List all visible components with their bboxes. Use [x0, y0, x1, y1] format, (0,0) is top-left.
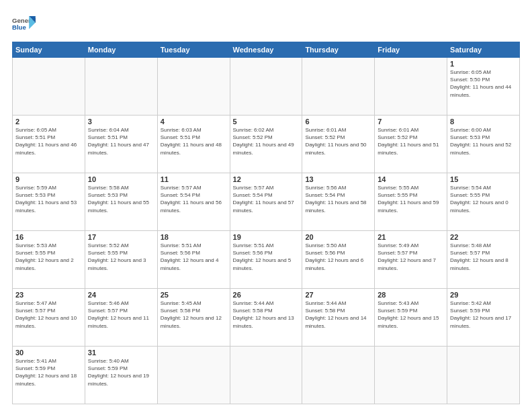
- day-info: Sunrise: 5:50 AM Sunset: 5:56 PM Dayligh…: [305, 242, 371, 272]
- day-cell: 31Sunrise: 5:40 AM Sunset: 5:59 PM Dayli…: [85, 347, 157, 404]
- day-info: Sunrise: 5:52 AM Sunset: 5:55 PM Dayligh…: [88, 242, 154, 272]
- day-info: Sunrise: 6:04 AM Sunset: 5:51 PM Dayligh…: [88, 126, 154, 156]
- day-cell: [157, 58, 230, 116]
- day-info: Sunrise: 5:44 AM Sunset: 5:58 PM Dayligh…: [233, 300, 300, 330]
- day-info: Sunrise: 5:41 AM Sunset: 5:59 PM Dayligh…: [15, 357, 82, 387]
- week-row-5: 30Sunrise: 5:41 AM Sunset: 5:59 PM Dayli…: [13, 347, 520, 404]
- day-cell: 3Sunrise: 6:04 AM Sunset: 5:51 PM Daylig…: [85, 116, 157, 173]
- day-number: 14: [378, 175, 444, 183]
- day-cell: [302, 347, 375, 404]
- day-cell: 18Sunrise: 5:51 AM Sunset: 5:56 PM Dayli…: [157, 231, 230, 289]
- day-cell: 14Sunrise: 5:55 AM Sunset: 5:55 PM Dayli…: [375, 173, 447, 231]
- day-info: Sunrise: 6:05 AM Sunset: 5:50 PM Dayligh…: [450, 68, 517, 99]
- day-number: 19: [233, 233, 300, 241]
- day-number: 29: [450, 291, 517, 299]
- logo: General Blue: [12, 12, 36, 36]
- day-number: 17: [88, 233, 154, 241]
- day-number: 16: [15, 233, 82, 241]
- day-info: Sunrise: 5:57 AM Sunset: 5:54 PM Dayligh…: [233, 184, 300, 214]
- day-info: Sunrise: 5:40 AM Sunset: 5:59 PM Dayligh…: [88, 357, 154, 387]
- week-row-4: 23Sunrise: 5:47 AM Sunset: 5:57 PM Dayli…: [13, 289, 520, 347]
- day-cell: 13Sunrise: 5:56 AM Sunset: 5:54 PM Dayli…: [302, 173, 375, 231]
- day-number: 5: [233, 118, 300, 126]
- weekday-header-row: SundayMondayTuesdayWednesdayThursdayFrid…: [13, 42, 520, 58]
- weekday-monday: Monday: [85, 42, 157, 58]
- day-info: Sunrise: 5:55 AM Sunset: 5:55 PM Dayligh…: [378, 184, 444, 214]
- day-cell: 10Sunrise: 5:58 AM Sunset: 5:53 PM Dayli…: [85, 173, 157, 231]
- weekday-tuesday: Tuesday: [157, 42, 230, 58]
- day-cell: [375, 58, 447, 116]
- day-cell: [302, 58, 375, 116]
- day-number: 8: [450, 118, 517, 126]
- day-number: 24: [88, 291, 154, 299]
- day-info: Sunrise: 5:43 AM Sunset: 5:59 PM Dayligh…: [378, 300, 444, 330]
- day-cell: 20Sunrise: 5:50 AM Sunset: 5:56 PM Dayli…: [302, 231, 375, 289]
- day-cell: 22Sunrise: 5:48 AM Sunset: 5:57 PM Dayli…: [447, 231, 520, 289]
- day-info: Sunrise: 5:44 AM Sunset: 5:58 PM Dayligh…: [305, 300, 371, 330]
- day-cell: 28Sunrise: 5:43 AM Sunset: 5:59 PM Dayli…: [375, 289, 447, 347]
- day-number: 12: [233, 175, 300, 183]
- day-number: 3: [88, 118, 154, 126]
- day-cell: 24Sunrise: 5:46 AM Sunset: 5:57 PM Dayli…: [85, 289, 157, 347]
- day-number: 6: [305, 118, 371, 126]
- day-number: 30: [15, 349, 82, 357]
- day-info: Sunrise: 6:01 AM Sunset: 5:52 PM Dayligh…: [378, 126, 444, 156]
- day-cell: [375, 347, 447, 404]
- week-row-0: 1Sunrise: 6:05 AM Sunset: 5:50 PM Daylig…: [13, 58, 520, 116]
- day-number: 22: [450, 233, 517, 241]
- logo-svg: General Blue: [12, 12, 36, 36]
- day-info: Sunrise: 6:02 AM Sunset: 5:52 PM Dayligh…: [233, 126, 300, 156]
- day-info: Sunrise: 6:01 AM Sunset: 5:52 PM Dayligh…: [305, 126, 371, 156]
- day-info: Sunrise: 6:00 AM Sunset: 5:53 PM Dayligh…: [450, 126, 517, 156]
- day-cell: 11Sunrise: 5:57 AM Sunset: 5:54 PM Dayli…: [157, 173, 230, 231]
- svg-text:Blue: Blue: [12, 24, 26, 31]
- day-cell: [447, 347, 520, 404]
- day-cell: 4Sunrise: 6:03 AM Sunset: 5:51 PM Daylig…: [157, 116, 230, 173]
- day-info: Sunrise: 5:47 AM Sunset: 5:57 PM Dayligh…: [15, 300, 82, 330]
- day-number: 13: [305, 175, 371, 183]
- day-cell: [230, 347, 302, 404]
- week-row-1: 2Sunrise: 6:05 AM Sunset: 5:51 PM Daylig…: [13, 116, 520, 173]
- day-number: 4: [161, 118, 227, 126]
- weekday-wednesday: Wednesday: [230, 42, 302, 58]
- weekday-saturday: Saturday: [447, 42, 520, 58]
- header: General Blue: [12, 12, 520, 36]
- weekday-friday: Friday: [375, 42, 447, 58]
- day-cell: 12Sunrise: 5:57 AM Sunset: 5:54 PM Dayli…: [230, 173, 302, 231]
- day-cell: 21Sunrise: 5:49 AM Sunset: 5:57 PM Dayli…: [375, 231, 447, 289]
- day-info: Sunrise: 6:05 AM Sunset: 5:51 PM Dayligh…: [15, 126, 82, 156]
- calendar-table: SundayMondayTuesdayWednesdayThursdayFrid…: [12, 42, 520, 404]
- day-cell: 6Sunrise: 6:01 AM Sunset: 5:52 PM Daylig…: [302, 116, 375, 173]
- day-number: 28: [378, 291, 444, 299]
- day-number: 25: [161, 291, 227, 299]
- day-cell: 19Sunrise: 5:51 AM Sunset: 5:56 PM Dayli…: [230, 231, 302, 289]
- day-cell: 27Sunrise: 5:44 AM Sunset: 5:58 PM Dayli…: [302, 289, 375, 347]
- day-number: 26: [233, 291, 300, 299]
- day-cell: [230, 58, 302, 116]
- day-cell: 30Sunrise: 5:41 AM Sunset: 5:59 PM Dayli…: [13, 347, 85, 404]
- day-info: Sunrise: 5:53 AM Sunset: 5:55 PM Dayligh…: [15, 242, 82, 272]
- day-number: 23: [15, 291, 82, 299]
- day-cell: 9Sunrise: 5:59 AM Sunset: 5:53 PM Daylig…: [13, 173, 85, 231]
- day-cell: [85, 58, 157, 116]
- day-cell: 25Sunrise: 5:45 AM Sunset: 5:58 PM Dayli…: [157, 289, 230, 347]
- day-number: 20: [305, 233, 371, 241]
- day-number: 27: [305, 291, 371, 299]
- day-info: Sunrise: 5:54 AM Sunset: 5:55 PM Dayligh…: [450, 184, 517, 214]
- day-cell: 1Sunrise: 6:05 AM Sunset: 5:50 PM Daylig…: [447, 58, 520, 116]
- day-number: 11: [161, 175, 227, 183]
- day-cell: 8Sunrise: 6:00 AM Sunset: 5:53 PM Daylig…: [447, 116, 520, 173]
- day-info: Sunrise: 5:59 AM Sunset: 5:53 PM Dayligh…: [15, 184, 82, 214]
- day-cell: 23Sunrise: 5:47 AM Sunset: 5:57 PM Dayli…: [13, 289, 85, 347]
- page: General Blue SundayMondayTuesdayWednesda…: [0, 0, 532, 411]
- day-info: Sunrise: 5:49 AM Sunset: 5:57 PM Dayligh…: [378, 242, 444, 272]
- week-row-2: 9Sunrise: 5:59 AM Sunset: 5:53 PM Daylig…: [13, 173, 520, 231]
- weekday-sunday: Sunday: [13, 42, 85, 58]
- day-number: 21: [378, 233, 444, 241]
- day-cell: 15Sunrise: 5:54 AM Sunset: 5:55 PM Dayli…: [447, 173, 520, 231]
- day-cell: 16Sunrise: 5:53 AM Sunset: 5:55 PM Dayli…: [13, 231, 85, 289]
- day-info: Sunrise: 5:48 AM Sunset: 5:57 PM Dayligh…: [450, 242, 517, 272]
- day-number: 9: [15, 175, 82, 183]
- day-cell: [157, 347, 230, 404]
- day-number: 15: [450, 175, 517, 183]
